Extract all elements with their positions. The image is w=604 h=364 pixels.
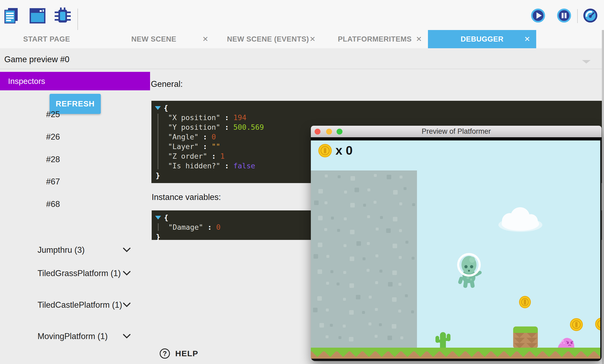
wall-tile <box>338 336 341 339</box>
slime-enemy <box>557 336 576 348</box>
wall-tile <box>349 283 354 288</box>
preview-window-titlebar[interactable]: Preview of Platformer <box>311 126 602 137</box>
wall-tile <box>398 283 401 286</box>
inspector-group[interactable]: TiledCastlePlatform (1) <box>38 300 130 310</box>
wall-tile <box>344 244 346 247</box>
wall-tile <box>355 188 359 192</box>
tab-new-scene-events-[interactable]: NEW SCENE (EVENTS) <box>214 30 322 48</box>
inspector-item[interactable]: #25 <box>46 110 60 119</box>
wall-tile <box>349 310 354 315</box>
chevron-down-icon[interactable] <box>123 334 131 339</box>
pause-icon[interactable] <box>557 8 571 23</box>
inspector-group[interactable]: Jumpthru (3) <box>38 245 130 255</box>
chevron-down-icon[interactable] <box>123 247 131 252</box>
coin-counter: x 0 <box>335 143 353 158</box>
wall-tile <box>375 335 378 338</box>
wall-tile <box>331 217 334 220</box>
wall-tile <box>344 217 347 220</box>
profiler-icon[interactable] <box>583 8 598 23</box>
game-viewport[interactable]: x 0 <box>311 140 600 359</box>
wall-tile <box>314 200 319 205</box>
wall-tile <box>398 310 401 313</box>
wall-tile <box>399 202 402 205</box>
wall-tile <box>318 189 323 194</box>
wall-tile <box>399 229 402 232</box>
inspector-item[interactable]: #67 <box>46 177 60 187</box>
window-frame-strip <box>311 137 602 140</box>
preview-selector-label: Game preview #0 <box>4 55 69 64</box>
wall-tile <box>325 174 328 177</box>
tab-start-page[interactable]: START PAGE <box>0 30 93 48</box>
collapse-triangle-icon[interactable] <box>155 106 161 110</box>
wall-tile <box>318 269 322 274</box>
player-alien <box>455 252 483 289</box>
wall-tile <box>326 282 329 285</box>
wall-tile <box>404 187 407 190</box>
play-icon[interactable] <box>531 8 545 23</box>
wall-tile <box>363 257 366 260</box>
tab-platformeritems[interactable]: PLATFORMERITEMS <box>322 30 428 48</box>
coin <box>595 318 600 330</box>
wall-tile <box>330 270 333 273</box>
wall-tile <box>393 190 398 195</box>
close-tab-icon[interactable] <box>524 35 530 43</box>
main-toolbar <box>0 0 604 30</box>
wall-tile <box>326 255 329 258</box>
chevron-down-icon[interactable] <box>123 271 131 276</box>
wall-tile <box>317 296 322 301</box>
castle-wall <box>311 170 417 348</box>
wall-tile <box>344 191 347 194</box>
tab-new-scene[interactable]: NEW SCENE <box>93 30 214 48</box>
wall-tile <box>405 294 408 297</box>
wall-tile <box>350 203 355 207</box>
wall-tile <box>356 295 360 299</box>
wall-tile <box>324 228 327 231</box>
selector-divider <box>0 69 602 69</box>
vertical-scrollbar[interactable] <box>602 30 604 364</box>
json-property-row: "X position" : 194 <box>151 113 602 122</box>
preview-selector-dropdown-icon[interactable] <box>582 60 591 64</box>
wall-tile <box>367 242 370 245</box>
wall-tile <box>400 336 403 339</box>
wall-tile <box>387 336 392 340</box>
wall-tile <box>393 244 397 248</box>
general-section-label: General: <box>151 79 183 89</box>
wall-tile <box>362 311 365 314</box>
start-page-window-icon[interactable] <box>29 8 46 24</box>
wall-tile <box>313 308 318 312</box>
coin <box>519 296 531 308</box>
wall-tile <box>380 216 383 219</box>
project-pages-icon[interactable] <box>4 8 19 24</box>
inspector-item[interactable]: #68 <box>46 199 60 209</box>
grass-platform-block <box>513 326 538 348</box>
close-tab-icon[interactable] <box>416 35 422 43</box>
wall-tile <box>319 323 324 328</box>
tab-debugger[interactable]: DEBUGGER <box>428 30 536 48</box>
wall-tile <box>343 298 346 301</box>
chevron-down-icon[interactable] <box>123 302 131 307</box>
wall-tile <box>374 174 377 177</box>
wall-tile <box>318 216 323 220</box>
preview-window-title: Preview of Platformer <box>311 126 602 137</box>
debugger-bug-icon[interactable] <box>54 8 71 24</box>
inspector-item[interactable]: #26 <box>46 132 60 142</box>
cloud <box>497 206 544 234</box>
tab-label: START PAGE <box>23 35 70 43</box>
wall-tile <box>386 228 391 233</box>
wall-tile <box>388 282 393 287</box>
wall-tile <box>392 270 397 275</box>
ground <box>311 348 600 359</box>
inspector-group[interactable]: TiledGrassPlatform (1) <box>38 269 130 278</box>
inspector-group[interactable]: MovingPlatform (1) <box>38 332 130 341</box>
instance-variables-section-label: Instance variables: <box>152 192 221 202</box>
tab-label: NEW SCENE <box>131 35 176 43</box>
help-button[interactable]: HELP <box>160 348 198 359</box>
inspector-item[interactable]: #28 <box>46 155 60 164</box>
close-tab-icon[interactable] <box>202 35 208 43</box>
wall-tile <box>325 201 327 204</box>
tab-label: PLATFORMERITEMS <box>338 35 412 43</box>
collapse-triangle-icon[interactable] <box>155 216 161 220</box>
wall-tile <box>338 175 341 178</box>
inspectors-title: Inspectors <box>8 72 45 90</box>
close-tab-icon[interactable] <box>310 35 316 43</box>
